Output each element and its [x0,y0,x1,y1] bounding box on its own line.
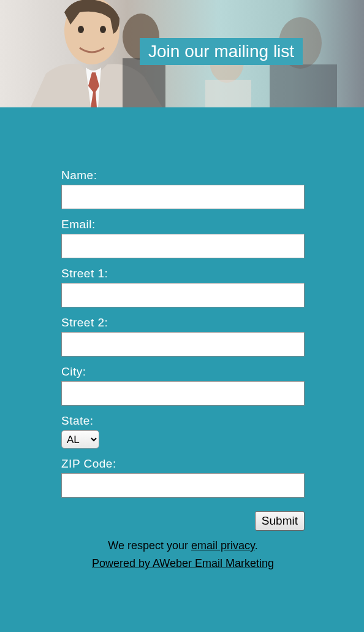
name-label: Name: [61,169,335,182]
street1-label: Street 1: [61,267,335,280]
svg-rect-8 [270,64,337,107]
email-privacy-link[interactable]: email privacy [191,539,255,552]
email-input[interactable] [61,234,305,258]
privacy-prefix: We respect your [108,539,191,552]
banner-image: Join our mailing list [0,0,364,107]
email-label: Email: [61,218,335,231]
svg-point-2 [100,26,106,33]
privacy-suffix: . [255,539,258,552]
signup-form: Name: Email: Street 1: Street 2: City: S… [0,107,364,632]
submit-button[interactable]: Submit [255,511,305,531]
zip-input[interactable] [61,473,305,498]
state-label: State: [61,414,335,428]
street2-input[interactable] [61,332,305,356]
name-input[interactable] [61,185,305,209]
svg-rect-4 [123,58,165,107]
privacy-text: We respect your email privacy. [61,539,305,552]
svg-point-1 [78,26,84,33]
svg-rect-6 [205,80,251,107]
banner-title: Join our mailing list [140,38,303,65]
zip-label: ZIP Code: [61,457,335,471]
street1-input[interactable] [61,283,305,307]
city-label: City: [61,365,335,379]
powered-by-link[interactable]: Powered by AWeber Email Marketing [92,557,274,569]
street2-label: Street 2: [61,316,335,329]
city-input[interactable] [61,381,305,406]
state-select[interactable]: AL [61,430,99,449]
